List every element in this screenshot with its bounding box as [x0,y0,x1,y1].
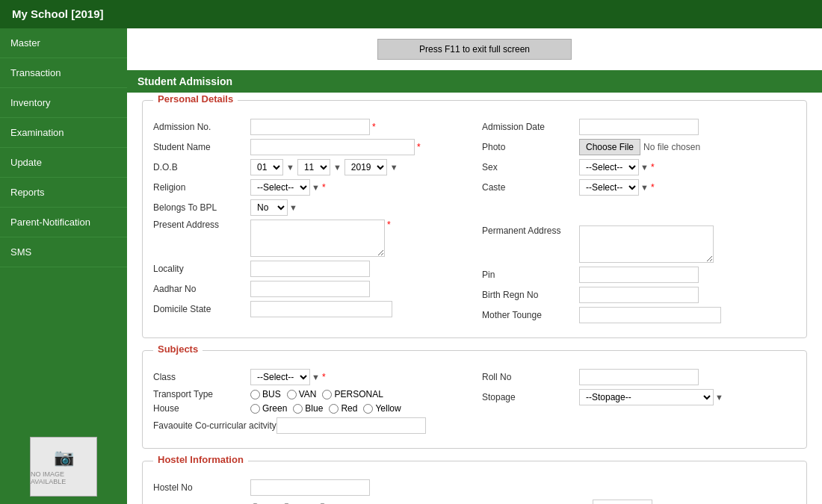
personal-details-left: Admission No. * Student Name * D.O.B [153,119,467,327]
present-address-input[interactable] [250,220,385,257]
religion-select[interactable]: --Select-- [250,179,310,196]
mother-tounge-label: Mother Tounge [482,310,579,320]
sex-required: * [651,162,655,172]
transport-personal[interactable]: PERSONAL [322,389,383,399]
permanent-address-input[interactable] [579,225,714,263]
domicile-row: Domicile State [153,301,467,317]
bpl-row: Belongs To BPL No Yes ▼ [153,199,467,216]
sidebar-item-examination[interactable]: Examination [0,118,127,148]
sidebar-item-transaction[interactable]: Transaction [0,58,127,88]
religion-row: Religion --Select-- ▼ * [153,179,467,196]
sidebar-item-reports[interactable]: Reports [0,178,127,208]
transport-bus[interactable]: BUS [250,389,281,399]
personal-details-right: Admission Date 06/11/2019 Photo Choose F… [482,119,796,327]
admission-date-row: Admission Date 06/11/2019 [482,119,796,135]
sidebar-item-parent-notification[interactable]: Parent-Notification [0,208,127,237]
fav-co-row: Favaouite Co-curricular acitvity [153,417,467,434]
aadhar-row: Aadhar No [153,281,467,297]
no-image-box: 📷 NO IMAGE AVAILABLE [30,437,97,497]
permanent-address-row: Permanent Address [482,225,796,263]
roll-no-label: Roll No [482,372,579,382]
birth-regn-label: Birth Regn No [482,290,579,300]
app-title: My School [2019] [0,0,822,28]
house-yellow-radio[interactable] [363,404,373,414]
dob-day-select[interactable]: 01 [250,159,283,175]
admission-date-label: Admission Date [482,122,579,132]
caste-select[interactable]: --Select-- [579,179,639,196]
day-scholar-select[interactable]: No Yes [593,500,652,504]
house-green-radio[interactable] [250,404,260,414]
file-no-chosen: No file chosen [643,142,700,152]
caste-row: Caste --Select-- ▼ * [482,179,796,196]
sidebar-item-master[interactable]: Master [0,28,127,58]
hostel-row: Hostel NO YES OTHER D [153,500,796,504]
transport-label: Transport Type [153,389,250,399]
sidebar-item-inventory[interactable]: Inventory [0,88,127,118]
sex-label: Sex [482,162,579,172]
locality-row: Locality [153,261,467,277]
stopage-arrow: ▼ [715,393,723,402]
class-arrow: ▼ [312,373,320,382]
aadhar-input[interactable] [250,281,370,297]
hostel-no-label: Hostel No [153,482,250,493]
admission-date-input[interactable]: 06/11/2019 [579,119,699,135]
class-label: Class [153,372,250,382]
pin-input[interactable] [579,267,699,283]
house-blue-radio[interactable] [293,404,303,414]
choose-file-button[interactable]: Choose File [579,139,640,155]
subjects-section: Subjects Class --Select-- ▼ * [142,350,807,449]
class-row: Class --Select-- ▼ * [153,369,467,385]
hostel-no-input[interactable] [250,479,370,496]
house-yellow[interactable]: Yellow [363,403,401,414]
religion-label: Religion [153,182,250,193]
dob-month-select[interactable]: 11 [297,159,330,175]
present-address-row: Present Address * [153,220,467,257]
present-address-label: Present Address [153,220,250,230]
no-image-text: NO IMAGE AVAILABLE [31,470,96,485]
dob-year-arrow: ▼ [390,163,398,172]
house-label: House [153,403,250,414]
photo-row: Photo Choose File No file chosen [482,139,796,155]
admission-no-row: Admission No. * [153,119,467,135]
pin-label: Pin [482,270,579,280]
student-name-input[interactable] [250,139,415,155]
permanent-address-label: Permanent Address [482,225,579,236]
hostel-legend: Hostel Information [153,454,248,465]
dob-year-select[interactable]: 2019 [344,159,387,175]
admission-no-input[interactable] [250,119,370,135]
transport-van[interactable]: VAN [287,389,317,399]
stopage-label: Stopage [482,392,579,402]
stopage-select[interactable]: --Stopage-- [579,389,714,405]
transport-personal-radio[interactable] [322,390,332,399]
fav-co-input[interactable] [276,417,426,434]
subjects-right: Roll No Stopage --Stopage-- ▼ [482,369,796,438]
house-green[interactable]: Green [250,403,287,414]
birth-regn-input[interactable] [579,287,699,303]
photo-label: Photo [482,142,579,152]
personal-details-legend: Personal Details [153,93,238,105]
mother-tounge-input[interactable] [579,307,721,323]
transport-bus-radio[interactable] [250,390,260,399]
pin-row: Pin [482,267,796,283]
sidebar-item-update[interactable]: Update [0,148,127,178]
sex-select[interactable]: --Select-- [579,159,639,175]
spacer-row [482,199,796,222]
house-red-radio[interactable] [329,404,339,414]
house-red[interactable]: Red [329,403,357,414]
mother-tounge-row: Mother Tounge [482,307,796,323]
dob-day-arrow: ▼ [286,163,294,172]
camera-icon: 📷 [54,448,74,467]
roll-no-input[interactable] [579,369,699,385]
transport-van-radio[interactable] [287,390,297,399]
class-select[interactable]: --Select-- [250,369,310,385]
house-blue[interactable]: Blue [293,403,323,414]
domicile-input[interactable] [250,301,392,317]
fullscreen-bar: Press F11 to exit full screen [377,39,572,60]
locality-input[interactable] [250,261,370,277]
roll-no-row: Roll No [482,369,796,385]
admission-no-required: * [372,122,376,132]
bpl-select[interactable]: No Yes [250,199,288,216]
student-name-row: Student Name * [153,139,467,155]
sidebar-item-sms[interactable]: SMS [0,237,127,267]
hostel-no-row: Hostel No [153,479,796,496]
